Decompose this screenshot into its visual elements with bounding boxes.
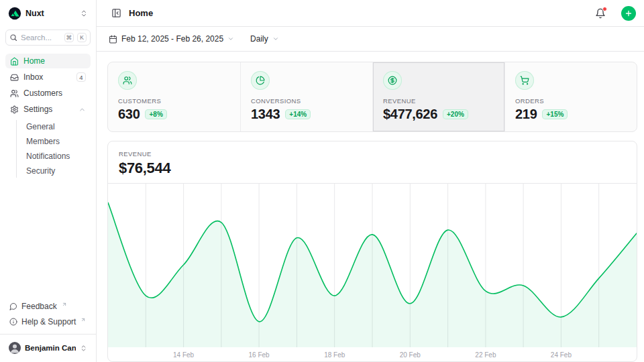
users-icon (118, 71, 137, 90)
house-icon (10, 57, 19, 66)
date-range-label: Feb 12, 2025 - Feb 26, 2025 (121, 34, 223, 44)
stat-label: CUSTOMERS (118, 97, 230, 105)
stat-card-revenue[interactable]: REVENUE $477,626 +20% (372, 62, 504, 131)
sidebar-item-home[interactable]: Home (5, 54, 91, 68)
chevron-down-icon (272, 36, 279, 42)
nuxt-logo-icon (8, 7, 21, 20)
feedback-link[interactable]: Feedback (5, 299, 91, 314)
stat-value: 630 (118, 107, 140, 122)
sidebar-item-inbox[interactable]: Inbox 4 (5, 70, 91, 84)
sidebar-item-security[interactable]: Security (23, 164, 91, 178)
external-link-arrow-icon (80, 317, 86, 322)
external-link-arrow-icon (62, 302, 67, 307)
pie-chart-icon (251, 71, 270, 90)
plus-icon (625, 9, 633, 17)
stat-delta-badge: +8% (145, 109, 166, 119)
settings-sub-list: General Members Notifications Security (16, 120, 91, 178)
feedback-label: Feedback (21, 302, 57, 311)
sidebar-item-members[interactable]: Members (23, 135, 91, 148)
circle-dollar-icon (383, 71, 402, 90)
date-range-picker[interactable]: Feb 12, 2025 - Feb 26, 2025 (105, 32, 238, 46)
calendar-icon (109, 35, 117, 44)
help-support-link[interactable]: Help & Support (5, 314, 91, 329)
kbd-k-key: K (77, 33, 87, 42)
workspace-name: Nuxt (25, 9, 76, 18)
collapse-sidebar-button[interactable] (110, 7, 123, 19)
stat-label: ORDERS (515, 97, 627, 105)
stat-value: 219 (515, 107, 537, 122)
topbar: Home (97, 0, 644, 27)
main-panel: Home Feb 12, 2025 - Feb 26, 2025 Daily C… (97, 0, 644, 362)
search-input[interactable]: Search... ⌘ K (5, 29, 91, 46)
user-menu[interactable]: Benjamin Canac (5, 339, 91, 357)
sidebar-nav: Home Inbox 4 Customers Settings General … (5, 54, 91, 179)
chart-metric-value: $76,544 (119, 160, 626, 177)
stat-delta-badge: +14% (285, 109, 311, 119)
users-icon (10, 89, 19, 98)
page-title: Home (129, 8, 588, 18)
sidebar-item-settings[interactable]: Settings (5, 102, 91, 117)
sidebar-item-label: Customers (23, 88, 86, 98)
sidebar-item-label: Home (23, 56, 86, 66)
revenue-area-chart[interactable]: 14 Feb16 Feb18 Feb20 Feb22 Feb24 Feb (108, 183, 637, 361)
search-icon (9, 34, 17, 42)
add-button[interactable] (621, 6, 636, 21)
sidebar-item-customers[interactable]: Customers (5, 86, 91, 101)
stat-value: $477,626 (383, 107, 437, 122)
inbox-count-badge: 4 (76, 72, 86, 82)
gear-icon (10, 105, 19, 114)
period-select[interactable]: Daily (246, 32, 283, 46)
x-axis-label: 20 Feb (400, 351, 421, 359)
sidebar-item-general[interactable]: General (23, 120, 91, 133)
sidebar: Nuxt Search... ⌘ K Home Inbox 4 Customer… (0, 0, 97, 362)
stat-label: REVENUE (383, 97, 494, 105)
revenue-chart-card: REVENUE $76,544 14 Feb16 Feb18 Feb20 Feb… (107, 141, 637, 362)
sidebar-item-label: Settings (23, 105, 74, 114)
sidebar-footer: Feedback Help & Support Benjamin Canac (5, 299, 91, 357)
stat-card-conversions[interactable]: CONVERSIONS 1343 +14% (240, 62, 372, 131)
sidebar-divider (0, 334, 96, 335)
stats-row: CUSTOMERS 630 +8% CONVERSIONS 1343 +14% … (107, 62, 637, 132)
chevrons-up-down-icon (80, 9, 88, 17)
stat-delta-badge: +20% (443, 109, 468, 119)
notifications-button[interactable] (594, 7, 607, 20)
stat-delta-badge: +15% (542, 109, 568, 119)
avatar (9, 342, 21, 354)
stat-label: CONVERSIONS (251, 97, 362, 105)
chart-metric-label: REVENUE (119, 150, 626, 158)
x-axis-label: 18 Feb (324, 351, 345, 359)
x-axis-label: 22 Feb (475, 351, 496, 359)
sidebar-item-notifications[interactable]: Notifications (23, 149, 91, 163)
inbox-icon (10, 73, 19, 82)
x-axis-label: 24 Feb (551, 351, 572, 359)
message-circle-icon (9, 302, 17, 310)
stat-value: 1343 (251, 107, 280, 122)
kbd-meta-key: ⌘ (64, 33, 74, 42)
chevrons-up-down-icon (80, 345, 87, 352)
filters-toolbar: Feb 12, 2025 - Feb 26, 2025 Daily (97, 27, 644, 52)
workspace-switcher[interactable]: Nuxt (5, 5, 91, 21)
dashboard-content: CUSTOMERS 630 +8% CONVERSIONS 1343 +14% … (97, 52, 644, 362)
period-label: Daily (250, 34, 268, 44)
info-icon (9, 318, 17, 326)
chevron-up-icon (78, 106, 86, 113)
user-name: Benjamin Canac (25, 344, 76, 352)
panel-left-close-icon (111, 8, 121, 18)
help-support-label: Help & Support (21, 317, 76, 326)
x-axis-label: 16 Feb (249, 351, 270, 359)
chevron-down-icon (227, 36, 234, 42)
sidebar-item-label: Inbox (23, 72, 72, 82)
stat-card-orders[interactable]: ORDERS 219 +15% (504, 62, 637, 131)
x-axis-label: 14 Feb (173, 351, 195, 359)
chart-header: REVENUE $76,544 (108, 141, 637, 183)
search-placeholder: Search... (21, 34, 61, 42)
stat-card-customers[interactable]: CUSTOMERS 630 +8% (108, 62, 240, 131)
shopping-cart-icon (515, 71, 534, 90)
notification-dot (602, 7, 607, 11)
